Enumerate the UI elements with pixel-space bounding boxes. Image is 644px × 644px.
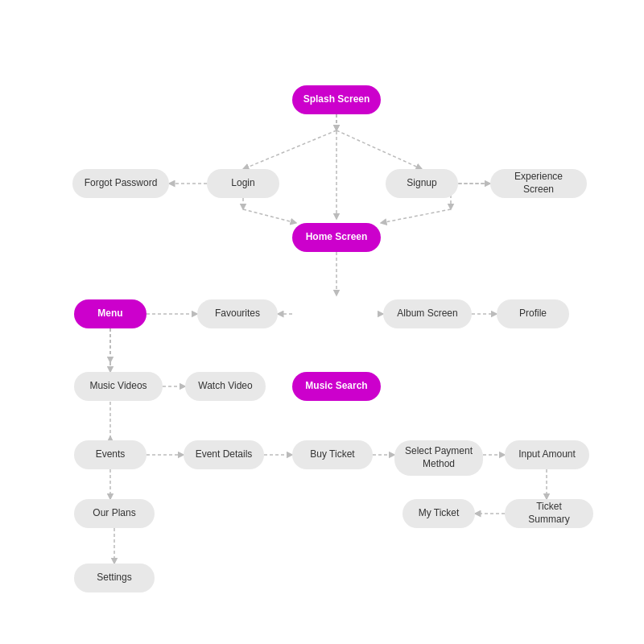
- node-login: Login: [207, 169, 279, 198]
- node-experience: Experience Screen: [490, 169, 587, 198]
- node-profile: Profile: [497, 299, 569, 328]
- node-forgotpw: Forgot Password: [72, 169, 169, 198]
- node-settings: Settings: [74, 564, 155, 592]
- svg-line-1: [243, 130, 336, 169]
- node-menu: Menu: [74, 299, 147, 328]
- svg-line-10: [381, 209, 451, 223]
- node-ourplans: Our Plans: [74, 499, 155, 528]
- node-albumscreen: Album Screen: [383, 299, 472, 328]
- node-musicsearch: Music Search: [292, 372, 381, 401]
- node-buyticket: Buy Ticket: [292, 440, 373, 469]
- node-myticket: My Ticket: [402, 499, 475, 528]
- node-musicvideos: Music Videos: [74, 372, 163, 401]
- page: Splash ScreenLoginForgot PasswordSignupE…: [0, 0, 644, 644]
- node-favourites: Favourites: [197, 299, 278, 328]
- node-inputamount: Input Amount: [505, 440, 589, 469]
- node-home: Home Screen: [292, 223, 381, 252]
- node-watchvideo: Watch Video: [185, 372, 266, 401]
- node-eventdetails: Event Details: [184, 440, 264, 469]
- node-selectpayment: Select Payment Method: [394, 440, 483, 476]
- node-events: Events: [74, 440, 147, 469]
- node-ticketsummary: Ticket Summary: [505, 499, 593, 528]
- svg-line-3: [336, 130, 422, 169]
- node-signup: Signup: [386, 169, 458, 198]
- node-splash: Splash Screen: [292, 85, 381, 114]
- svg-line-7: [243, 209, 296, 223]
